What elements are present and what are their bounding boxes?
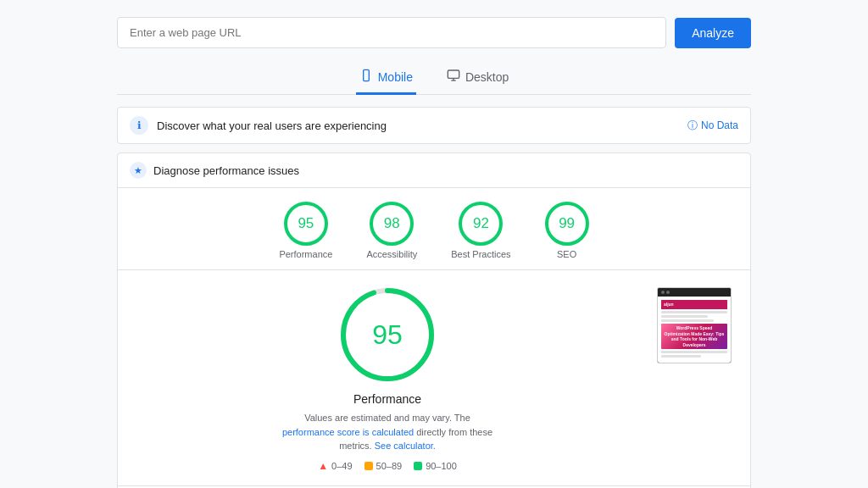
diagnose-header: ★ Diagnose performance issues: [118, 153, 750, 188]
thumb-dot-1: [661, 291, 665, 294]
diagnose-icon: ★: [130, 162, 147, 179]
thumb-line-4: [661, 351, 727, 353]
calculator-link[interactable]: See calculator.: [375, 441, 436, 451]
diagnose-title: Diagnose performance issues: [153, 164, 299, 177]
thumbnail-image-text: WordPress Speed Optimization Made Easy: …: [661, 324, 727, 349]
svg-rect-0: [363, 69, 369, 80]
score-seo[interactable]: 99 SEO: [545, 202, 589, 259]
banner-no-data[interactable]: ⓘ No Data: [687, 119, 738, 133]
mobile-icon: [359, 69, 373, 86]
thumbnail-content: aljun WordPress Speed Optimization Made …: [658, 297, 731, 363]
legend-dot-green: [414, 462, 422, 470]
thumbnail-preview: aljun WordPress Speed Optimization Made …: [657, 287, 732, 363]
thumbnail-title: aljun: [661, 300, 727, 309]
legend-range-orange: 50–89: [376, 461, 403, 471]
tab-mobile-label: Mobile: [378, 70, 413, 84]
performance-main: 95 Performance Values are estimated and …: [118, 270, 750, 486]
svg-rect-2: [448, 70, 459, 78]
real-users-banner: ℹ Discover what your real users are expe…: [117, 107, 751, 144]
legend: ▲ 0–49 50–89 90–100: [318, 460, 457, 472]
tab-desktop-label: Desktop: [465, 70, 509, 84]
thumbnail-topbar: [658, 288, 731, 297]
legend-orange: 50–89: [364, 460, 403, 472]
legend-range-green: 90–100: [426, 461, 457, 471]
desktop-icon: [447, 69, 460, 86]
url-input[interactable]: https://www.aljunmajo.com/blog/wordpress…: [117, 17, 666, 48]
score-circle-seo: 99: [545, 202, 589, 246]
score-label-performance: Performance: [279, 249, 332, 259]
score-circle-performance: 95: [284, 202, 328, 246]
score-label-accessibility: Accessibility: [366, 249, 417, 259]
thumb-dot-2: [666, 291, 670, 294]
legend-green: 90–100: [414, 460, 457, 472]
no-data-label: No Data: [701, 119, 738, 131]
perf-score-link[interactable]: performance score is calculated: [282, 427, 414, 437]
page-thumbnail: aljun WordPress Speed Optimization Made …: [657, 284, 733, 472]
performance-details: 95 Performance Values are estimated and …: [135, 284, 640, 472]
score-label-best-practices: Best Practices: [451, 249, 510, 259]
banner-text: Discover what your real users are experi…: [157, 119, 387, 132]
thumbnail-image-area: WordPress Speed Optimization Made Easy: …: [661, 324, 727, 349]
score-circle-accessibility: 98: [370, 202, 414, 246]
tab-mobile[interactable]: Mobile: [356, 62, 416, 95]
big-score-circle: 95: [337, 284, 438, 385]
legend-icon-red: ▲: [318, 460, 328, 472]
performance-label: Performance: [353, 392, 421, 406]
score-performance[interactable]: 95 Performance: [279, 202, 332, 259]
scores-row: 95 Performance 98 Accessibility 92 Best …: [118, 188, 750, 270]
performance-description: Values are estimated and may vary. The p…: [277, 411, 498, 453]
legend-red: ▲ 0–49: [318, 460, 352, 472]
legend-dot-orange: [364, 462, 373, 470]
thumb-line-2: [661, 315, 708, 318]
big-score-value: 95: [372, 319, 403, 351]
tabs-row: Mobile Desktop: [117, 62, 751, 95]
legend-range-red: 0–49: [331, 461, 352, 471]
tab-desktop[interactable]: Desktop: [443, 62, 512, 95]
score-circle-best-practices: 92: [459, 202, 503, 246]
analyze-button[interactable]: Analyze: [675, 18, 751, 48]
thumb-line-3: [661, 319, 714, 322]
thumb-line-5: [661, 355, 701, 358]
score-best-practices[interactable]: 92 Best Practices: [451, 202, 510, 259]
info-icon: ℹ: [130, 116, 148, 135]
info-circle-icon: ⓘ: [687, 119, 698, 133]
banner-left: ℹ Discover what your real users are expe…: [130, 116, 387, 135]
score-label-seo: SEO: [557, 249, 576, 259]
score-accessibility[interactable]: 98 Accessibility: [366, 202, 417, 259]
thumb-line-1: [661, 311, 727, 313]
diagnose-section: ★ Diagnose performance issues 95 Perform…: [117, 152, 751, 488]
